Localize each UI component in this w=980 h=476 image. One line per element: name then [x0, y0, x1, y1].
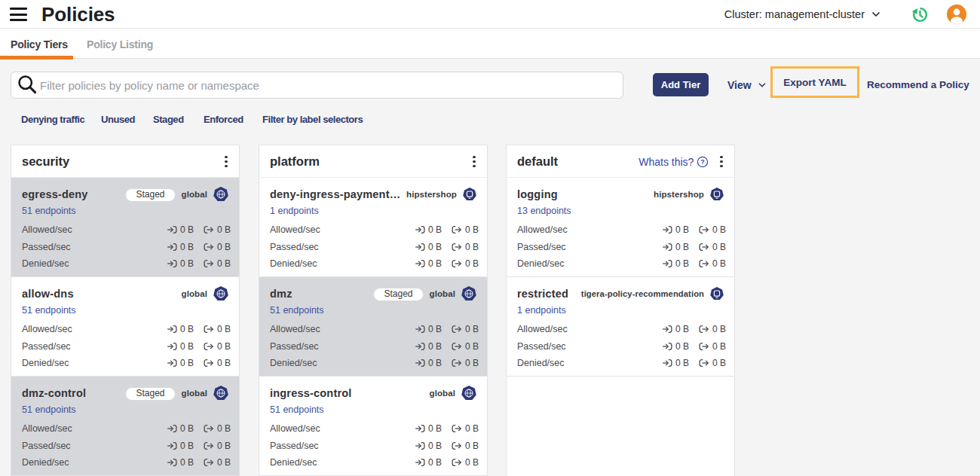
svg-text:?: ? — [701, 158, 706, 166]
